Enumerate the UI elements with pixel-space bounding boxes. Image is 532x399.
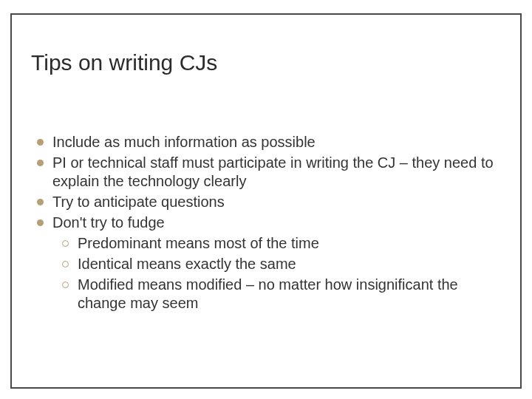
slide-title: Tips on writing CJs <box>12 15 520 75</box>
bullet-icon <box>37 160 44 166</box>
list-item: PI or technical staff must participate i… <box>37 154 498 191</box>
bullet-icon <box>37 219 44 226</box>
sub-list-item: Predominant means most of the time <box>62 234 498 253</box>
list-item-text: Don't try to fudge <box>52 214 498 232</box>
sub-list-item-text: Identical means exactly the same <box>78 255 498 273</box>
sub-list-item-text: Predominant means most of the time <box>78 234 498 253</box>
list-item-text: PI or technical staff must participate i… <box>52 154 498 191</box>
bullet-icon <box>37 199 44 205</box>
hollow-bullet-icon <box>62 240 69 247</box>
slide: Tips on writing CJs Include as much info… <box>0 0 532 399</box>
sub-list-item-text: Modified means modified – no matter how … <box>78 276 498 313</box>
list-item: Include as much information as possible <box>37 133 498 151</box>
hollow-bullet-icon <box>62 282 69 288</box>
list-item: Try to anticipate questions <box>37 193 498 211</box>
sub-list-item: Modified means modified – no matter how … <box>62 276 498 313</box>
bullet-icon <box>37 139 44 146</box>
list-item-text: Try to anticipate questions <box>52 193 498 211</box>
list-item: Don't try to fudge <box>37 214 498 232</box>
list-item-text: Include as much information as possible <box>52 133 498 151</box>
hollow-bullet-icon <box>62 261 69 267</box>
sub-list: Predominant means most of the time Ident… <box>62 234 498 313</box>
slide-content: Include as much information as possible … <box>37 133 498 315</box>
slide-frame: Tips on writing CJs Include as much info… <box>10 13 522 389</box>
sub-list-item: Identical means exactly the same <box>62 255 498 273</box>
